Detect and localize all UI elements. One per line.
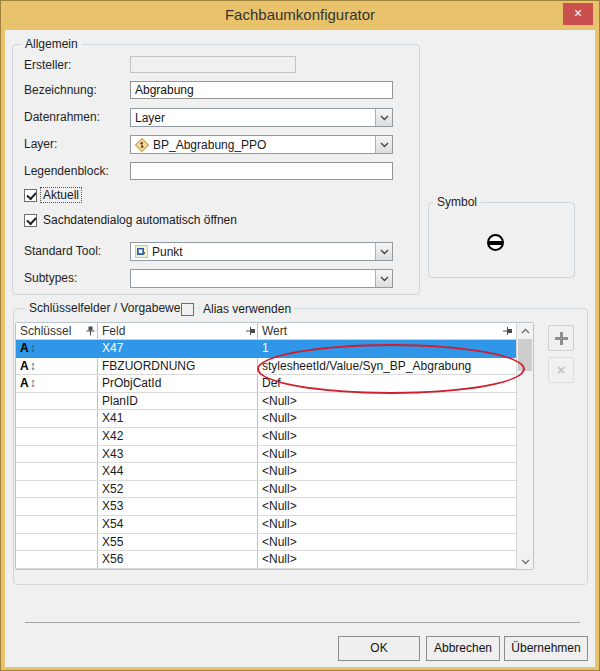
cancel-button[interactable]: Abbrechen bbox=[426, 636, 500, 661]
aktuell-checkbox-label[interactable]: Aktuell bbox=[41, 188, 81, 202]
table-row[interactable]: ↕ X56 <Null> bbox=[16, 551, 516, 569]
apply-button[interactable]: Übernehmen bbox=[504, 636, 588, 661]
chevron-down-icon[interactable] bbox=[375, 243, 392, 260]
standard-tool-label: Standard Tool: bbox=[24, 244, 101, 258]
sachdaten-checkbox[interactable] bbox=[24, 214, 37, 227]
table-row[interactable]: A↕ PrObjCatId Def bbox=[16, 375, 516, 393]
sachdaten-checkbox-label[interactable]: Sachdatendialog automatisch öffnen bbox=[43, 213, 237, 227]
sort-updown-icon: ↕ bbox=[30, 376, 36, 390]
table-row[interactable]: ↕ PlanID <Null> bbox=[16, 393, 516, 411]
datenrahmen-select[interactable]: Layer bbox=[130, 108, 393, 127]
bezeichnung-input[interactable] bbox=[130, 81, 393, 99]
layer-select[interactable]: BP_Abgrabung_PPO bbox=[130, 135, 393, 154]
scroll-up-icon[interactable] bbox=[517, 323, 533, 338]
separator-line bbox=[25, 622, 580, 623]
pin-horizontal-icon[interactable] bbox=[246, 327, 256, 336]
aktuell-checkbox[interactable] bbox=[24, 189, 37, 202]
keyfields-table: Schlüssel Feld Wert bbox=[15, 322, 534, 570]
sort-updown-icon: ↕ bbox=[30, 359, 36, 373]
dialog-window: Fachbaumkonfigurator × Allgemein Erstell… bbox=[0, 0, 600, 671]
ersteller-label: Ersteller: bbox=[24, 58, 71, 72]
column-header-schluessel[interactable]: Schlüssel bbox=[16, 323, 98, 339]
dialog-body: Allgemein Ersteller: Bezeichnung: Datenr… bbox=[5, 30, 595, 667]
table-row[interactable]: ↕ X41 <Null> bbox=[16, 410, 516, 428]
ersteller-input bbox=[130, 56, 296, 73]
keyfields-group-label: Schlüsselfelder / Vorgabewerte bbox=[25, 301, 198, 315]
scroll-down-icon[interactable] bbox=[517, 554, 533, 569]
symbol-group-label: Symbol bbox=[433, 195, 481, 209]
table-body: A↕ X47 1 A↕ FBZUORDNUNG stylesheetId/Val… bbox=[16, 340, 516, 569]
pin-horizontal-icon[interactable] bbox=[503, 327, 513, 336]
table-row[interactable]: ↕ X43 <Null> bbox=[16, 446, 516, 464]
sort-updown-icon: ↕ bbox=[30, 341, 36, 355]
subtypes-label: Subtypes: bbox=[24, 271, 77, 285]
table-row[interactable]: A↕ FBZUORDNUNG stylesheetId/Value/Syn_BP… bbox=[16, 358, 516, 376]
table-row[interactable]: ↕ X52 <Null> bbox=[16, 481, 516, 499]
layer-label: Layer: bbox=[24, 137, 57, 151]
column-header-feld[interactable]: Feld bbox=[98, 323, 258, 339]
chevron-down-icon[interactable] bbox=[375, 270, 392, 287]
standard-tool-select[interactable]: Punkt bbox=[130, 242, 393, 261]
table-row[interactable]: ↕ X44 <Null> bbox=[16, 463, 516, 481]
delete-row-button[interactable]: × bbox=[548, 357, 574, 383]
table-header-row: Schlüssel Feld Wert bbox=[16, 323, 516, 340]
alias-checkbox-label[interactable]: Alias verwenden bbox=[200, 302, 294, 316]
ok-button[interactable]: OK bbox=[338, 636, 420, 661]
legendenblock-input[interactable] bbox=[130, 162, 393, 180]
plus-icon bbox=[555, 332, 568, 345]
table-row[interactable]: ↕ X54 <Null> bbox=[16, 516, 516, 534]
point-tool-icon bbox=[135, 245, 148, 258]
datenrahmen-label: Datenrahmen: bbox=[24, 110, 100, 124]
subtypes-select[interactable] bbox=[130, 269, 393, 288]
alias-checkbox[interactable] bbox=[181, 303, 194, 316]
table-row[interactable]: A↕ X47 1 bbox=[16, 340, 516, 358]
datenrahmen-value: Layer bbox=[135, 111, 165, 125]
chevron-down-icon[interactable] bbox=[375, 136, 392, 153]
chevron-down-icon[interactable] bbox=[375, 109, 392, 126]
table-row[interactable]: ↕ X53 <Null> bbox=[16, 498, 516, 516]
layer-symbol-icon bbox=[135, 138, 149, 152]
legendenblock-label: Legendenblock: bbox=[24, 164, 109, 178]
column-header-wert[interactable]: Wert bbox=[258, 323, 514, 339]
table-row[interactable]: ↕ X42 <Null> bbox=[16, 428, 516, 446]
vertical-scrollbar[interactable] bbox=[516, 323, 533, 569]
pin-vertical-icon[interactable] bbox=[86, 326, 95, 336]
close-icon: × bbox=[574, 5, 582, 21]
close-button[interactable]: × bbox=[563, 3, 593, 25]
bezeichnung-label: Bezeichnung: bbox=[24, 83, 97, 97]
general-group-label: Allgemein bbox=[21, 37, 82, 51]
x-icon: × bbox=[557, 362, 565, 378]
point-symbol-preview-icon bbox=[487, 234, 504, 251]
window-title: Fachbaumkonfigurator bbox=[1, 1, 599, 29]
table-row[interactable]: ↕ X55 <Null> bbox=[16, 534, 516, 552]
layer-value: BP_Abgrabung_PPO bbox=[153, 138, 266, 152]
title-bar[interactable]: Fachbaumkonfigurator × bbox=[1, 1, 599, 30]
standard-tool-value: Punkt bbox=[152, 245, 183, 259]
add-row-button[interactable] bbox=[548, 325, 574, 351]
symbol-group: Symbol bbox=[428, 202, 575, 278]
scrollbar-thumb[interactable] bbox=[518, 339, 532, 371]
